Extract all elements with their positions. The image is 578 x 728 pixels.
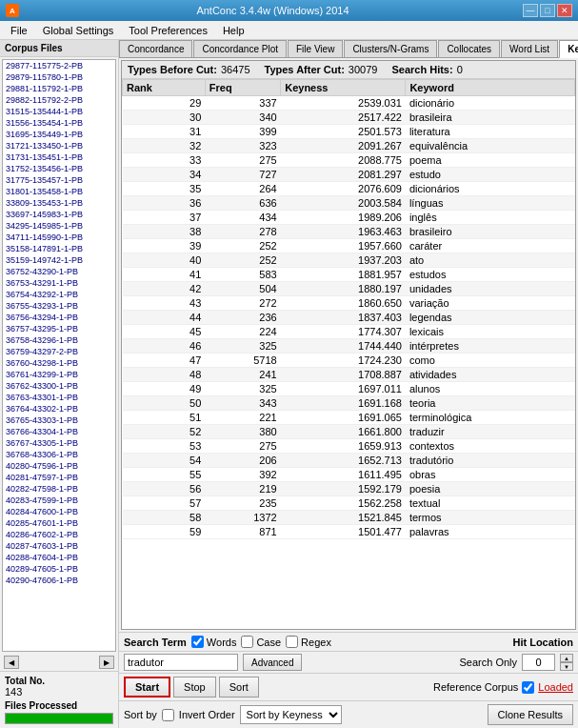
minimize-button[interactable]: —	[523, 4, 538, 17]
table-row[interactable]: 52 380 1661.800 traduzir	[123, 425, 575, 439]
corpus-item[interactable]: 33697-145983-1-PB	[3, 209, 115, 220]
keyword-table[interactable]: Rank Freq Keyness Keyword 29 337 2539.03…	[122, 79, 575, 629]
table-row[interactable]: 50 343 1691.168 teoria	[123, 396, 575, 411]
table-row[interactable]: 41 583 1881.957 estudos	[123, 268, 575, 282]
table-row[interactable]: 35 264 2076.609 dicionários	[123, 182, 575, 196]
tab-word-list[interactable]: Word List	[501, 40, 558, 57]
col-keyword[interactable]: Keyword	[406, 80, 575, 96]
tab-concordance[interactable]: Concordance	[119, 40, 192, 57]
table-row[interactable]: 46 325 1744.440 intérpretes	[123, 339, 575, 354]
corpus-item[interactable]: 29879-115780-1-PB	[3, 71, 115, 83]
menu-file[interactable]: File	[4, 22, 34, 39]
table-row[interactable]: 57 235 1562.258 textual	[123, 496, 575, 511]
corpus-item[interactable]: 31695-135449-1-PB	[3, 129, 115, 140]
invert-order-checkbox[interactable]	[162, 709, 174, 721]
table-row[interactable]: 54 206 1652.713 tradutório	[123, 454, 575, 468]
corpus-item[interactable]: 40288-47604-1-PB	[3, 552, 115, 563]
menu-tool-preferences[interactable]: Tool Preferences	[122, 22, 214, 39]
corpus-item[interactable]: 31752-135456-1-PB	[3, 163, 115, 174]
table-row[interactable]: 32 323 2091.267 equivalência	[123, 139, 575, 153]
corpus-item[interactable]: 40285-47601-1-PB	[3, 517, 115, 529]
corpus-item[interactable]: 36767-43305-1-PB	[3, 437, 115, 449]
corpus-item[interactable]: 40282-47598-1-PB	[3, 483, 115, 495]
words-checkbox[interactable]	[191, 636, 204, 648]
tab-clusters-ngrams[interactable]: Clusters/N-Grams	[344, 40, 437, 57]
corpus-item[interactable]: 31556-135454-1-PB	[3, 117, 115, 129]
corpus-item[interactable]: 36756-43294-1-PB	[3, 312, 115, 323]
table-row[interactable]: 33 275 2088.775 poema	[123, 153, 575, 168]
table-row[interactable]: 58 1372 1521.845 termos	[123, 511, 575, 525]
table-row[interactable]: 38 278 1963.463 brasileiro	[123, 225, 575, 239]
table-row[interactable]: 29 337 2539.031 dicionário	[123, 96, 575, 111]
col-rank[interactable]: Rank	[123, 80, 206, 96]
start-button[interactable]: Start	[124, 677, 170, 698]
table-row[interactable]: 43 272 1860.650 variação	[123, 296, 575, 311]
advanced-button[interactable]: Advanced	[243, 654, 302, 671]
corpus-item[interactable]: 40287-47603-1-PB	[3, 540, 115, 552]
sort-button[interactable]: Sort	[219, 677, 259, 698]
table-row[interactable]: 55 392 1611.495 obras	[123, 468, 575, 482]
corpus-item[interactable]: 36761-43299-1-PB	[3, 369, 115, 380]
corpus-item[interactable]: 36755-43293-1-PB	[3, 300, 115, 312]
hit-value-input[interactable]: 0	[522, 654, 555, 671]
table-row[interactable]: 36 636 2003.584 línguas	[123, 196, 575, 211]
case-checkbox[interactable]	[241, 636, 253, 648]
tab-keyword-list[interactable]: Keyword List	[559, 40, 578, 58]
col-keyness[interactable]: Keyness	[281, 80, 406, 96]
hit-up[interactable]: ▲	[560, 654, 573, 662]
corpus-item[interactable]: 40284-47600-1-PB	[3, 506, 115, 517]
clone-results-button[interactable]: Clone Results	[488, 704, 573, 725]
corpus-item[interactable]: 36766-43304-1-PB	[3, 426, 115, 437]
table-row[interactable]: 56 219 1592.179 poesia	[123, 482, 575, 496]
search-input[interactable]	[124, 654, 238, 671]
corpus-item[interactable]: 29877-115775-2-PB	[3, 60, 115, 71]
corpus-item[interactable]: 34711-145990-1-PB	[3, 232, 115, 243]
table-row[interactable]: 48 241 1708.887 atividades	[123, 368, 575, 382]
regex-checkbox[interactable]	[286, 636, 298, 648]
corpus-item[interactable]: 40281-47597-1-PB	[3, 472, 115, 483]
close-button[interactable]: ✕	[557, 4, 572, 17]
ref-corpus-checkbox[interactable]	[522, 681, 534, 694]
corpus-item[interactable]: 36765-43303-1-PB	[3, 415, 115, 426]
table-row[interactable]: 49 325 1697.011 alunos	[123, 382, 575, 396]
corpus-item[interactable]: 36763-43301-1-PB	[3, 392, 115, 403]
corpus-item[interactable]: 40290-47606-1-PB	[3, 575, 115, 586]
menu-global-settings[interactable]: Global Settings	[36, 22, 121, 39]
table-row[interactable]: 31 399 2501.573 literatura	[123, 125, 575, 139]
corpus-item[interactable]: 36762-43300-1-PB	[3, 380, 115, 392]
corpus-item[interactable]: 40286-47602-1-PB	[3, 529, 115, 540]
nav-next[interactable]: ▶	[99, 656, 114, 669]
corpus-item[interactable]: 36758-43296-1-PB	[3, 334, 115, 346]
restore-button[interactable]: □	[540, 4, 555, 17]
table-row[interactable]: 40 252 1937.203 ato	[123, 253, 575, 268]
nav-prev[interactable]: ◀	[4, 656, 19, 669]
corpus-list[interactable]: 29877-115775-2-PB 29879-115780-1-PB 2988…	[2, 59, 116, 652]
corpus-item[interactable]: 36757-43295-1-PB	[3, 323, 115, 334]
corpus-item[interactable]: 36759-43297-2-PB	[3, 346, 115, 357]
corpus-item[interactable]: 36768-43306-1-PB	[3, 449, 115, 460]
corpus-item[interactable]: 36754-43292-1-PB	[3, 289, 115, 300]
corpus-item[interactable]: 31731-135451-1-PB	[3, 152, 115, 163]
table-row[interactable]: 59 871 1501.477 palavras	[123, 525, 575, 539]
corpus-item[interactable]: 29882-115792-2-PB	[3, 94, 115, 106]
hit-down[interactable]: ▼	[560, 662, 573, 671]
corpus-item[interactable]: 33809-135453-1-PB	[3, 197, 115, 209]
table-row[interactable]: 34 727 2081.297 estudo	[123, 168, 575, 182]
tab-collocates[interactable]: Collocates	[438, 40, 500, 57]
table-row[interactable]: 45 224 1774.307 lexicais	[123, 325, 575, 339]
table-row[interactable]: 37 434 1989.206 inglês	[123, 211, 575, 225]
table-row[interactable]: 44 236 1837.403 legendas	[123, 311, 575, 325]
table-row[interactable]: 42 504 1880.197 unidades	[123, 282, 575, 296]
table-row[interactable]: 51 221 1691.065 terminológica	[123, 411, 575, 425]
corpus-item[interactable]: 31721-133450-1-PB	[3, 140, 115, 152]
table-row[interactable]: 30 340 2517.422 brasileira	[123, 111, 575, 125]
corpus-item[interactable]: 29881-115792-1-PB	[3, 83, 115, 94]
corpus-item[interactable]: 40283-47599-1-PB	[3, 495, 115, 506]
corpus-item[interactable]: 36753-43291-1-PB	[3, 277, 115, 289]
corpus-item[interactable]: 31801-135458-1-PB	[3, 186, 115, 197]
tab-file-view[interactable]: File View	[288, 40, 343, 57]
corpus-item[interactable]: 36760-43298-1-PB	[3, 357, 115, 369]
corpus-item[interactable]: 36752-43290-1-PB	[3, 266, 115, 277]
table-row[interactable]: 39 252 1957.660 caráter	[123, 239, 575, 253]
tab-concordance-plot[interactable]: Concordance Plot	[193, 40, 287, 57]
